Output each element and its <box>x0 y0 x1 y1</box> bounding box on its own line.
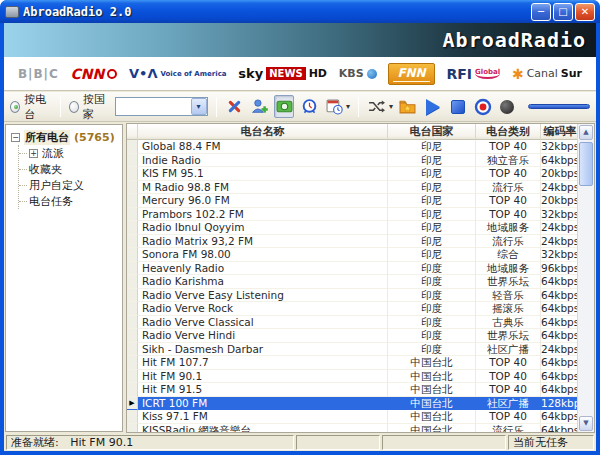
table-row[interactable]: Kiss 97.1 FM 中国台北 TOP 40 64kbps <box>127 410 577 424</box>
row-marker-cell[interactable] <box>127 208 138 222</box>
table-row[interactable]: Radio Verve Classical 印度 古典乐 64kbps <box>127 316 577 330</box>
row-marker-cell[interactable] <box>127 329 138 343</box>
expand-icon[interactable]: + <box>29 149 38 158</box>
table-row[interactable]: Global 88.4 FM 印尼 TOP 40 32kbps <box>127 140 577 154</box>
cell-station-country: 印度 <box>388 316 476 330</box>
row-marker-cell[interactable] <box>127 316 138 330</box>
tree-item-genres[interactable]: + 流派 <box>19 145 122 161</box>
close-button[interactable]: ✕ <box>575 3 595 21</box>
shuffle-dropdown-icon[interactable]: ▾ <box>389 102 393 111</box>
mute-button[interactable] <box>498 95 518 118</box>
snapshot-folder-button[interactable] <box>274 95 294 118</box>
row-marker-cell[interactable] <box>127 221 138 235</box>
cell-station-country: 印度 <box>388 289 476 303</box>
stop-button[interactable] <box>448 95 468 118</box>
table-row[interactable]: Radio Matrix 93,2 FM 印尼 流行乐 24kbps <box>127 235 577 249</box>
row-marker-cell[interactable] <box>127 262 138 276</box>
row-marker-cell[interactable] <box>127 167 138 181</box>
combobox-dropdown-icon[interactable]: ▾ <box>191 98 207 115</box>
table-row[interactable]: Radio Karishma 印度 世界乐坛 64kbps <box>127 275 577 289</box>
cell-station-country: 中国台北 <box>388 397 476 411</box>
cell-station-country: 中国台北 <box>388 424 476 433</box>
table-row[interactable]: Mercury 96.0 FM 印尼 TOP 40 20kbps <box>127 194 577 208</box>
status-panel-3 <box>382 435 506 450</box>
header-bitrate[interactable]: 编码率 <box>541 124 580 140</box>
tree-item-tasks[interactable]: 电台任务 <box>19 193 122 209</box>
radio-by-country[interactable] <box>69 101 79 113</box>
row-marker-cell[interactable] <box>127 140 138 154</box>
table-row[interactable]: M Radio 98.8 FM 印尼 流行乐 24kbps <box>127 181 577 195</box>
cell-bitrate: 24kbps <box>541 235 577 249</box>
row-marker-cell[interactable] <box>127 370 138 384</box>
search-combobox[interactable]: ▾ <box>115 97 207 116</box>
title-bar[interactable]: AbroadRadio 2.0 ─ □ ✕ <box>0 0 600 23</box>
row-marker-cell[interactable] <box>127 154 138 168</box>
scroll-down-icon[interactable]: ▼ <box>579 416 593 431</box>
status-panel-2 <box>296 435 380 450</box>
radio-by-station[interactable] <box>10 101 20 113</box>
partner-logo-strip: B|B|C CNN V•Λ Voice of America sky NEWS … <box>4 57 596 91</box>
window-content: AbroadRadio B|B|C CNN V•Λ Voice of Ameri… <box>4 23 596 451</box>
volume-slider[interactable] <box>528 104 590 109</box>
row-marker-cell[interactable] <box>127 343 138 357</box>
tree-item-favorites[interactable]: 收藏夹 <box>19 161 122 177</box>
row-marker-cell[interactable] <box>127 302 138 316</box>
cell-bitrate: 20kbps <box>541 194 577 208</box>
table-row[interactable]: ▶ ICRT 100 FM 中国台北 社区广播 128kbps <box>127 397 577 411</box>
cell-station-name: Prambors 102.2 FM <box>138 208 388 222</box>
table-row[interactable]: Hit FM 90.1 中国台北 TOP 40 64kbps <box>127 370 577 384</box>
row-marker-cell[interactable] <box>127 289 138 303</box>
table-row[interactable]: Prambors 102.2 FM 印尼 TOP 40 32kbps <box>127 208 577 222</box>
favorites-folder-button[interactable] <box>398 95 418 118</box>
selected-row-marker-icon[interactable]: ▶ <box>127 397 138 411</box>
row-marker-cell[interactable] <box>127 181 138 195</box>
minimize-button[interactable]: ─ <box>531 3 551 21</box>
maximize-button[interactable]: □ <box>553 3 573 21</box>
table-row[interactable]: Indie Radio 印尼 独立音乐 64kbps <box>127 154 577 168</box>
table-row[interactable]: Radio Verve Hindi 印度 世界乐坛 64kbps <box>127 329 577 343</box>
cell-station-name: KIS FM 95.1 <box>138 167 388 181</box>
schedule-dropdown-icon[interactable]: ▾ <box>346 102 350 111</box>
table-row[interactable]: Hit FM 91.5 中国台北 TOP 40 64kbps <box>127 383 577 397</box>
cell-bitrate: 24kbps <box>541 181 577 195</box>
schedule-button[interactable] <box>324 95 344 118</box>
row-marker-cell[interactable] <box>127 424 138 433</box>
filter-by-station-option[interactable]: 按电台 <box>10 92 52 122</box>
scroll-up-icon[interactable]: ▲ <box>579 125 593 140</box>
collapse-icon[interactable]: − <box>11 133 20 142</box>
cell-station-category: 地域服务 <box>476 262 541 276</box>
cell-station-category: 社区广播 <box>476 343 541 357</box>
header-station-country[interactable]: 电台国家 <box>388 124 476 140</box>
row-marker-cell[interactable] <box>127 248 138 262</box>
table-row[interactable]: Radio Verve Rock 印度 摇滚乐 64kbps <box>127 302 577 316</box>
tree-item-custom[interactable]: 用户自定义 <box>19 177 122 193</box>
table-row[interactable]: Radio Ibnul Qoyyim 印尼 地域服务 24kbps <box>127 221 577 235</box>
filter-by-country-option[interactable]: 按国家 <box>69 92 111 122</box>
alarm-button[interactable] <box>299 95 319 118</box>
table-row[interactable]: Heavenly Radio 印度 地域服务 96kbps <box>127 262 577 276</box>
row-marker-cell[interactable] <box>127 275 138 289</box>
row-marker-cell[interactable] <box>127 194 138 208</box>
row-marker-cell[interactable] <box>127 356 138 370</box>
table-row[interactable]: KIS FM 95.1 印尼 TOP 40 20kbps <box>127 167 577 181</box>
row-marker-cell[interactable] <box>127 235 138 249</box>
settings-tools-button[interactable] <box>225 95 245 118</box>
cell-station-name: Radio Karishma <box>138 275 388 289</box>
play-button[interactable] <box>423 95 443 118</box>
row-marker-cell[interactable] <box>127 410 138 424</box>
tree-root-all-stations[interactable]: − 所有电台 (5765) <box>6 129 122 145</box>
table-row[interactable]: Hit FM 107.7 中国台北 TOP 40 64kbps <box>127 356 577 370</box>
row-marker-cell[interactable] <box>127 383 138 397</box>
header-station-name[interactable]: 电台名称 <box>138 124 388 140</box>
table-row[interactable]: Sikh - Dasmesh Darbar 印度 社区广播 24kbps <box>127 343 577 357</box>
shuffle-button[interactable] <box>367 95 387 118</box>
add-user-button[interactable] <box>250 95 270 118</box>
table-row[interactable]: Sonora FM 98.00 印尼 综合 32kbps <box>127 248 577 262</box>
scrollbar-thumb[interactable] <box>579 142 593 186</box>
header-station-category[interactable]: 电台类别 <box>476 124 541 140</box>
vertical-scrollbar[interactable]: ▲ ▼ <box>577 124 594 432</box>
cell-bitrate: 64kbps <box>541 383 577 397</box>
table-row[interactable]: Radio Verve Easy Listening 印度 轻音乐 64kbps <box>127 289 577 303</box>
record-button[interactable] <box>473 95 493 118</box>
table-row[interactable]: KISSRadio 網路音樂台 中国台北 流行乐 64kbps <box>127 424 577 433</box>
